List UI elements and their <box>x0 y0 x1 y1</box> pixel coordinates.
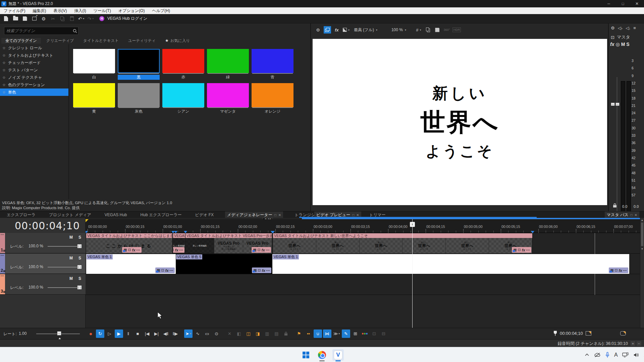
dock-tab-0[interactable]: エクスプローラ <box>5 212 38 218</box>
dock-float-icon[interactable]: □ <box>631 213 633 217</box>
event-fx-icon[interactable]: fx <box>619 268 622 273</box>
undo-button[interactable]: ↶▾ <box>77 15 85 22</box>
envelope-edit-tool[interactable]: ∿ <box>194 329 202 338</box>
scroll-up-arrow[interactable]: ▲ <box>640 218 644 222</box>
title-event-0[interactable]: VEGAS タイトルおよびテキスト ここからはじまるここからはじまる▦⊡fx••… <box>86 233 173 253</box>
solid-color-event-2[interactable]: VEGAS 単色 1▦⊡fx••• <box>272 254 629 274</box>
generated-media-icon[interactable]: ▦ <box>123 248 127 252</box>
insert-region-button[interactable]: ▪▪ <box>304 329 313 338</box>
master-solo-button[interactable]: S <box>626 42 629 47</box>
preview-zoom-select[interactable]: 100 %▾ <box>389 26 408 34</box>
event-fx-icon[interactable]: fx <box>262 268 265 273</box>
preview-quality-select[interactable]: 最高 (フル)▾ <box>352 26 379 34</box>
speaker-icon[interactable] <box>633 352 639 358</box>
preset-6[interactable]: 灰色 <box>118 83 160 114</box>
track-mute-button[interactable]: M <box>68 255 74 261</box>
playhead-line[interactable] <box>412 219 413 328</box>
save-snapshot-icon[interactable] <box>434 26 441 34</box>
generated-media-icon[interactable]: ▦ <box>253 268 257 272</box>
dock-float-icon[interactable]: □ <box>352 213 354 217</box>
master-meter-options-icon[interactable]: ⊡ <box>611 35 614 40</box>
menu-item-4[interactable]: ツール(T) <box>90 7 115 14</box>
event-tool-button[interactable]: ✎ <box>342 329 350 338</box>
level-slider-handle[interactable]: ❘❘ <box>77 265 82 269</box>
event-pan-crop-icon[interactable]: ⊡ <box>173 248 174 252</box>
track-solo-button[interactable]: S <box>77 235 83 240</box>
event-pan-crop-icon[interactable]: ⊡ <box>128 248 131 252</box>
master-fader-left-handle[interactable]: — <box>611 103 615 106</box>
cursor-time-display[interactable]: 00:00:04;10 <box>15 220 80 232</box>
category-item-5[interactable]: ☆色のグラデーション <box>0 81 68 88</box>
dock-tab-2[interactable]: VEGAS Hub <box>103 212 129 218</box>
event-fx-icon[interactable]: fx <box>175 248 178 252</box>
track-1-lane[interactable]: VEGAS タイトルおよびテキスト ここからはじまるここからはじまる▦⊡fx••… <box>86 233 640 254</box>
generated-media-icon[interactable]: ▦ <box>513 248 517 252</box>
color-grading-button[interactable] <box>361 329 369 338</box>
track-solo-button[interactable]: S <box>77 255 83 261</box>
insert-marker-button[interactable]: ⚑ <box>295 329 303 338</box>
event-fx-icon[interactable]: fx <box>522 248 525 252</box>
category-item-4[interactable]: ☆ノイズ テクスチャ <box>0 74 68 81</box>
chrome-app-button[interactable] <box>316 349 328 361</box>
normal-edit-tool[interactable]: ➤▾ <box>184 329 193 338</box>
go-to-end-button[interactable]: ▶| <box>152 329 161 338</box>
plugin-tab-3[interactable]: ユーティリティ <box>124 38 160 44</box>
menu-item-0[interactable]: ファイル(F) <box>0 7 29 14</box>
track-solo-button[interactable]: S <box>77 276 83 281</box>
track-header-3[interactable]: •••3▦MSレベル:100.0 %❘❘ <box>0 274 86 295</box>
preset-7[interactable]: シアン <box>162 83 204 114</box>
event-more-icon[interactable]: ••• <box>266 248 270 251</box>
snap-button[interactable]: ∪ <box>314 329 322 338</box>
stop-button[interactable]: ■ <box>133 329 142 338</box>
maximize-button[interactable]: □ <box>616 0 630 7</box>
preset-8[interactable]: マゼンタ <box>207 83 249 114</box>
title-event-3[interactable]: VEGAS タイトルおよびテキスト 新しい世界へようこそ新しい世界へようこそ新し… <box>273 233 533 253</box>
preset-9[interactable]: オレンジ <box>252 83 293 114</box>
preview-settings-icon[interactable]: ⚙ <box>314 26 322 34</box>
master-mute-button[interactable]: M <box>621 42 625 47</box>
search-icon[interactable] <box>71 29 78 33</box>
dock-tab-4[interactable]: ビデオ FX <box>193 212 216 218</box>
downmix-output-icon[interactable]: ◁↓ <box>626 25 630 31</box>
hub-login-button[interactable]: VEGAS Hub ログイン <box>107 16 147 21</box>
menu-item-1[interactable]: 編集(E) <box>29 7 50 14</box>
chevron-up-icon[interactable] <box>584 352 590 358</box>
menu-item-5[interactable]: オプション(O) <box>115 7 149 14</box>
event-more-icon[interactable]: ••• <box>266 269 270 272</box>
windows-start-button[interactable] <box>300 349 312 361</box>
track-2-lane[interactable]: VEGAS 単色 1▦⊡fx•••VEGAS 単色 5▦⊡fx•••VEGAS … <box>86 254 640 274</box>
event-more-icon[interactable]: ••• <box>170 269 173 272</box>
split-screen-view-icon[interactable] <box>324 26 331 34</box>
category-item-2[interactable]: ☆チェッカーボード <box>0 59 68 66</box>
generated-media-icon[interactable]: ▦ <box>610 268 613 272</box>
level-slider-handle[interactable]: ❘❘ <box>77 244 82 248</box>
go-to-start-button[interactable]: |◀ <box>143 329 151 338</box>
trim-end-button[interactable]: ◨ <box>254 329 262 338</box>
dock-close-icon[interactable]: ✕ <box>278 213 281 217</box>
master-automation-icon[interactable]: ◎ <box>615 42 620 47</box>
new-project-icon[interactable] <box>2 15 10 22</box>
master-fx-button[interactable]: fx <box>610 42 614 47</box>
track-header-2[interactable]: •••2▦MSレベル:100.0 %❘❘ <box>0 254 86 274</box>
loop-playback-button[interactable]: ↻ <box>96 329 104 338</box>
timeline-tracks-area[interactable]: -2;06 00:00:00;0000:00:00;1500:00:01;000… <box>86 218 640 328</box>
loop-region-in-icon[interactable] <box>586 331 591 336</box>
menu-item-6[interactable]: ヘルプ(H) <box>148 7 174 14</box>
grid-overlay-icon[interactable]: #▾ <box>415 26 422 34</box>
level-slider-track[interactable] <box>48 267 81 267</box>
preview-fader-icon[interactable]: ◁+ <box>618 25 623 31</box>
event-pan-crop-icon[interactable]: ⊡ <box>258 248 261 252</box>
mixing-console-icon[interactable]: ≡ <box>633 25 636 31</box>
track-tools-button[interactable]: ⊞ <box>351 329 360 338</box>
close-button[interactable]: ✕ <box>630 0 644 7</box>
track-header-1[interactable]: •••1▦MSレベル:100.0 %❘❘ <box>0 233 86 253</box>
record-button[interactable]: ● <box>87 329 95 338</box>
event-fx-icon[interactable]: fx <box>262 248 265 252</box>
category-item-1[interactable]: ☆タイトルおよびテキスト <box>0 52 68 59</box>
microphone-icon[interactable] <box>605 352 610 358</box>
master-fader-right-handle[interactable]: — <box>615 103 620 106</box>
selection-edit-tool[interactable]: ▭ <box>203 329 211 338</box>
play-button[interactable]: ▶ <box>115 329 123 338</box>
menu-item-2[interactable]: 表示(V) <box>50 7 70 14</box>
category-item-3[interactable]: ☆テスト パターン <box>0 66 68 74</box>
